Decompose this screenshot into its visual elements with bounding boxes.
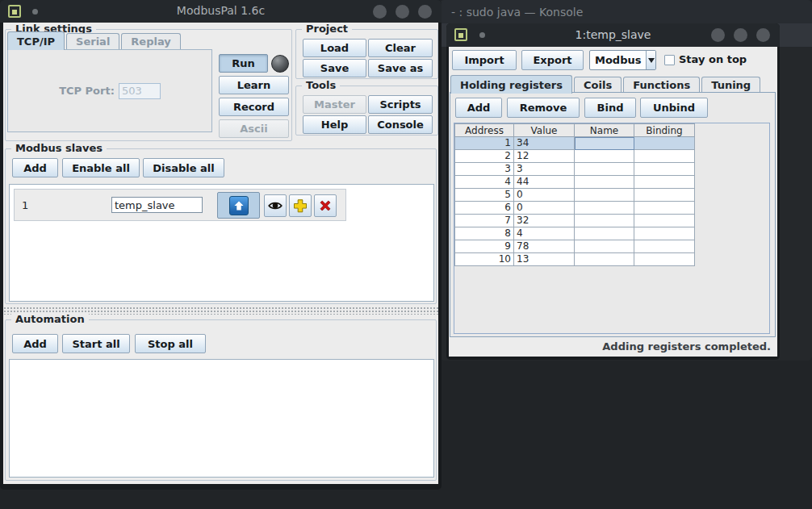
cell-address[interactable]: 5	[454, 189, 514, 202]
cell-address[interactable]: 1	[454, 137, 514, 150]
cell-address[interactable]: 7	[454, 215, 514, 227]
record-button[interactable]: Record	[219, 98, 289, 116]
table-row[interactable]: 50	[454, 189, 769, 202]
cell-name[interactable]	[575, 176, 634, 189]
table-row[interactable]: 732	[454, 215, 769, 227]
tab-functions[interactable]: Functions	[623, 77, 700, 93]
stay-on-top-checkbox[interactable]	[664, 55, 675, 65]
cell-address[interactable]: 8	[454, 227, 514, 240]
combobox-arrow-button[interactable]	[646, 51, 655, 69]
column-header-value[interactable]: Value	[514, 123, 575, 137]
tab-coils[interactable]: Coils	[574, 77, 622, 93]
cell-value[interactable]: 4	[514, 227, 575, 240]
cell-name[interactable]	[575, 202, 634, 215]
cell-value[interactable]: 44	[514, 176, 575, 189]
save-as-button[interactable]: Save as	[368, 59, 433, 77]
tab-serial[interactable]: Serial	[66, 33, 119, 49]
tab-tuning[interactable]: Tuning	[701, 77, 760, 93]
slave-name-input[interactable]	[111, 197, 203, 213]
automation-add-button[interactable]: Add	[12, 334, 58, 353]
tab-replay[interactable]: Replay	[121, 33, 180, 49]
cell-address[interactable]: 3	[454, 163, 514, 176]
cell-value[interactable]: 34	[514, 137, 575, 150]
column-header-binding[interactable]: Binding	[634, 123, 695, 137]
cell-name[interactable]	[575, 137, 634, 150]
slave-row[interactable]: 1	[14, 189, 346, 221]
cell-address[interactable]: 6	[454, 202, 514, 215]
cell-binding[interactable]	[634, 150, 695, 163]
table-row[interactable]: 444	[454, 176, 769, 189]
cell-name[interactable]	[575, 163, 634, 176]
cell-value[interactable]: 3	[514, 163, 575, 176]
cell-value[interactable]: 0	[514, 189, 575, 202]
cell-address[interactable]: 4	[454, 176, 514, 189]
cell-binding[interactable]	[634, 163, 695, 176]
cell-binding[interactable]	[634, 253, 695, 266]
register-bind-button[interactable]: Bind	[584, 98, 636, 118]
cell-address[interactable]: 10	[454, 253, 514, 266]
minimize-button[interactable]	[711, 28, 725, 42]
table-row[interactable]: 60	[454, 202, 769, 215]
table-row[interactable]: 978	[454, 240, 769, 253]
table-row[interactable]: 33	[454, 163, 769, 176]
cell-value[interactable]: 32	[514, 215, 575, 227]
disable-all-button[interactable]: Disable all	[143, 158, 224, 177]
cell-name[interactable]	[575, 253, 634, 266]
tcp-port-input[interactable]	[119, 83, 161, 99]
run-button[interactable]: Run	[219, 54, 268, 73]
slave-add-button[interactable]: Add	[12, 158, 58, 177]
table-row[interactable]: 84	[454, 227, 769, 240]
register-unbind-button[interactable]: Unbind	[640, 98, 708, 118]
stop-all-button[interactable]: Stop all	[135, 334, 206, 353]
console-button[interactable]: Console	[368, 115, 433, 134]
cell-name[interactable]	[575, 150, 634, 163]
cell-value[interactable]: 12	[514, 150, 575, 163]
column-header-name[interactable]: Name	[575, 123, 634, 137]
scripts-button[interactable]: Scripts	[368, 95, 433, 114]
cell-name[interactable]	[575, 189, 634, 202]
cell-value[interactable]: 13	[514, 253, 575, 266]
column-header-address[interactable]: Address	[454, 123, 514, 137]
close-button[interactable]	[756, 28, 770, 42]
modbus-combobox[interactable]: Modbus	[589, 50, 656, 70]
cell-name[interactable]	[575, 215, 634, 227]
cell-address[interactable]: 9	[454, 240, 514, 253]
maximize-button[interactable]	[396, 5, 409, 19]
modbuspal-titlebar[interactable]: ModbusPal 1.6c	[0, 0, 442, 23]
register-remove-button[interactable]: Remove	[507, 98, 580, 118]
cell-binding[interactable]	[634, 202, 695, 215]
slave-add-automation-button[interactable]	[289, 194, 312, 217]
close-button[interactable]	[418, 5, 432, 19]
cell-binding[interactable]	[634, 176, 695, 189]
cell-value[interactable]: 0	[514, 202, 575, 215]
clear-button[interactable]: Clear	[368, 39, 433, 57]
cell-binding[interactable]	[634, 215, 695, 227]
table-row[interactable]: 134	[454, 137, 769, 150]
cell-binding[interactable]	[634, 227, 695, 240]
tab-tcpip[interactable]: TCP/IP	[7, 31, 65, 50]
maximize-button[interactable]	[734, 28, 747, 42]
temp-slave-titlebar[interactable]: 1:temp_slave	[446, 23, 780, 47]
cell-value[interactable]: 78	[514, 240, 575, 253]
register-add-button[interactable]: Add	[455, 98, 502, 118]
cell-name[interactable]	[575, 227, 634, 240]
help-button[interactable]: Help	[303, 115, 366, 134]
load-button[interactable]: Load	[303, 39, 366, 57]
save-button[interactable]: Save	[303, 59, 366, 77]
slave-delete-button[interactable]	[314, 194, 337, 217]
cell-address[interactable]: 2	[454, 150, 514, 163]
cell-binding[interactable]	[634, 137, 695, 150]
table-row[interactable]: 1013	[454, 253, 769, 266]
import-button[interactable]: Import	[452, 50, 517, 70]
learn-button[interactable]: Learn	[219, 76, 289, 94]
cell-binding[interactable]	[634, 240, 695, 253]
slave-view-button[interactable]	[264, 194, 287, 217]
export-button[interactable]: Export	[521, 50, 584, 70]
cell-binding[interactable]	[634, 189, 695, 202]
start-all-button[interactable]: Start all	[62, 334, 130, 353]
enable-all-button[interactable]: Enable all	[62, 158, 140, 177]
minimize-button[interactable]	[373, 5, 387, 19]
slave-enabled-toggle[interactable]	[217, 192, 260, 219]
tab-holding-registers[interactable]: Holding registers	[450, 75, 572, 94]
table-row[interactable]: 212	[454, 150, 769, 163]
